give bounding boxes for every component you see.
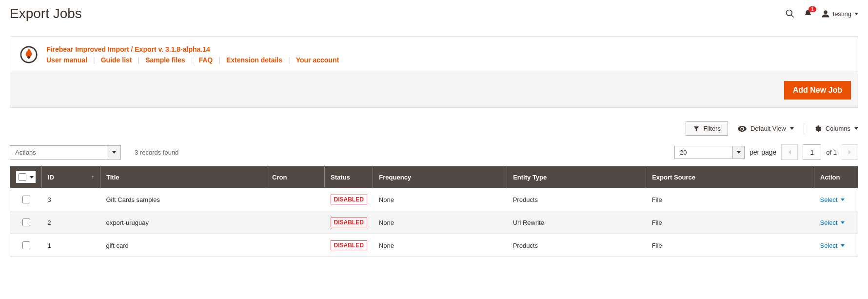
col-header-action: Action <box>814 166 858 188</box>
per-page-label: per page <box>750 148 776 156</box>
page-prev-button[interactable] <box>781 144 798 160</box>
sort-asc-icon: ↑ <box>91 174 94 180</box>
col-header-export-source[interactable]: Export Source <box>646 166 814 188</box>
chevron-right-icon <box>848 149 852 155</box>
row-checkbox[interactable] <box>22 219 30 226</box>
info-panel: Firebear Improved Import / Export v. 3.1… <box>10 36 858 73</box>
cell-title: export-uruguay <box>100 211 266 234</box>
cell-id: 3 <box>42 188 100 211</box>
cell-cron <box>266 234 325 257</box>
actions-dropdown-label: Actions <box>10 145 107 159</box>
cell-cron <box>266 188 325 211</box>
row-checkbox[interactable] <box>22 241 30 249</box>
records-found: 3 records found <box>135 149 178 156</box>
row-checkbox[interactable] <box>22 196 30 203</box>
chevron-down-icon <box>841 221 845 224</box>
filters-label: Filters <box>704 125 721 132</box>
filters-button[interactable]: Filters <box>686 121 728 136</box>
funnel-icon <box>693 125 700 132</box>
col-header-status[interactable]: Status <box>325 166 373 188</box>
col-header-entity-type[interactable]: Entity Type <box>507 166 646 188</box>
table-row[interactable]: 1 gift card DISABLED None Products File … <box>10 234 858 257</box>
add-new-job-button[interactable]: Add New Job <box>784 81 851 100</box>
page-of-label: of 1 <box>826 149 837 156</box>
chevron-down-icon <box>841 244 845 247</box>
actions-dropdown[interactable]: Actions <box>10 145 121 159</box>
link-sample-files[interactable]: Sample files <box>145 56 185 64</box>
eye-icon <box>738 125 747 132</box>
user-name: testing <box>833 10 851 18</box>
cell-status: DISABLED <box>325 188 373 211</box>
per-page-trigger[interactable] <box>733 146 745 159</box>
table-row[interactable]: 2 export-uruguay DISABLED None Url Rewri… <box>10 211 858 234</box>
cell-frequency: None <box>373 211 507 234</box>
cell-frequency: None <box>373 234 507 257</box>
search-icon[interactable] <box>785 9 795 19</box>
chevron-left-icon <box>788 149 791 155</box>
default-view-label: Default View <box>750 125 786 132</box>
user-menu[interactable]: testing <box>821 9 858 18</box>
per-page-value: 20 <box>674 146 733 159</box>
chevron-down-icon <box>737 151 741 154</box>
cell-cron <box>266 211 325 234</box>
per-page-select[interactable]: 20 <box>674 146 745 159</box>
link-guide-list[interactable]: Guide list <box>101 56 132 64</box>
svg-point-2 <box>824 10 828 14</box>
cell-status: DISABLED <box>325 234 373 257</box>
row-select-action[interactable]: Select <box>820 242 845 249</box>
jobs-table: ID↑ Title Cron Status Frequency Entity T… <box>10 166 858 257</box>
notifications-icon[interactable]: 1 <box>804 9 812 18</box>
gear-icon <box>814 125 822 133</box>
status-badge: DISABLED <box>331 195 367 204</box>
cell-export-source: File <box>646 188 814 211</box>
table-row[interactable]: 3 Gift Cards samples DISABLED None Produ… <box>10 188 858 211</box>
row-select-action[interactable]: Select <box>820 219 845 226</box>
cell-entity-type: Products <box>507 188 646 211</box>
cell-entity-type: Url Rewrite <box>507 211 646 234</box>
cell-id: 1 <box>42 234 100 257</box>
cell-id: 2 <box>42 211 100 234</box>
row-select-action[interactable]: Select <box>820 196 845 203</box>
svg-point-0 <box>786 10 792 16</box>
select-all-trigger[interactable] <box>28 173 35 181</box>
chevron-down-icon <box>112 151 116 154</box>
link-user-manual[interactable]: User manual <box>46 56 87 64</box>
link-faq[interactable]: FAQ <box>198 56 213 64</box>
col-header-checkbox[interactable] <box>10 166 42 188</box>
col-header-frequency[interactable]: Frequency <box>373 166 507 188</box>
page-next-button[interactable] <box>842 144 858 160</box>
cell-export-source: File <box>646 234 814 257</box>
page-input[interactable] <box>803 144 821 160</box>
link-your-account[interactable]: Your account <box>296 56 339 64</box>
col-header-cron[interactable]: Cron <box>266 166 325 188</box>
actions-dropdown-trigger[interactable] <box>107 145 121 159</box>
col-header-id[interactable]: ID↑ <box>42 166 100 188</box>
chevron-down-icon <box>854 127 858 130</box>
svg-line-1 <box>791 15 793 18</box>
cell-export-source: File <box>646 211 814 234</box>
status-badge: DISABLED <box>331 218 367 227</box>
info-panel-links: User manual| Guide list| Sample files| F… <box>46 56 339 64</box>
status-badge: DISABLED <box>331 240 367 250</box>
notification-badge: 1 <box>809 6 816 12</box>
chevron-down-icon <box>30 176 34 179</box>
info-panel-title: Firebear Improved Import / Export v. 3.1… <box>46 45 339 53</box>
default-view-button[interactable]: Default View <box>738 125 794 132</box>
page-title: Export Jobs <box>10 6 82 21</box>
columns-label: Columns <box>826 125 850 132</box>
chevron-down-icon <box>841 199 845 201</box>
select-all-checkbox[interactable] <box>19 173 26 181</box>
cell-title: gift card <box>100 234 266 257</box>
cell-title: Gift Cards samples <box>100 188 266 211</box>
cell-entity-type: Products <box>507 234 646 257</box>
firebear-logo-icon <box>20 46 38 63</box>
columns-button[interactable]: Columns <box>814 125 858 133</box>
chevron-down-icon <box>854 13 858 15</box>
cell-frequency: None <box>373 188 507 211</box>
cell-status: DISABLED <box>325 211 373 234</box>
col-header-title[interactable]: Title <box>100 166 266 188</box>
chevron-down-icon <box>790 127 794 130</box>
link-extension-details[interactable]: Extension details <box>226 56 282 64</box>
